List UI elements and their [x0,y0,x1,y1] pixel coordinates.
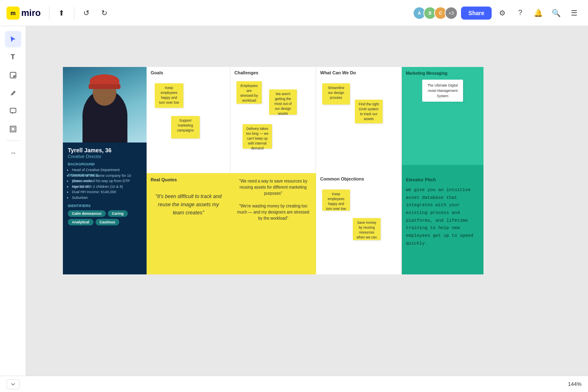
persona-name: Tyrell James, 36 [68,147,142,154]
toolbar-separator-2 [74,7,74,20]
right-panels: Marketing Messaging The Ultimate Digital… [402,67,483,173]
realquotes-quote: "It's been difficult to track and reuse … [151,192,226,217]
whatcando-note-1: Streamline our design process [322,83,350,105]
collapse-button[interactable] [7,379,20,389]
person-figure [78,67,131,143]
background-list: Head of Creative Department Worked at th… [68,167,142,189]
whatcando-panel: What Can We Do Streamline our design pro… [316,67,402,173]
bg-item-3: Married with 2 children (10 & 8) [72,184,142,190]
tag-container: Calm demeanour Caring Analytical Cautiou… [68,210,142,225]
more-tools[interactable]: ··· [5,144,21,160]
whatcando-title: What Can We Do [316,67,401,78]
objections-title: Common Objections [316,173,401,185]
tag-cautious: Cautious [96,219,120,225]
comment-tool[interactable] [5,103,21,119]
challenges-title: Challenges [230,67,316,78]
undo-button[interactable]: ↺ [79,6,94,20]
goals-title: Goals [147,67,230,78]
svg-text:B: B [428,10,432,15]
elevator-text: We give you an intuitive asset database … [406,186,479,247]
challenges-note-2: We aren't getting the most out of our de… [269,89,297,115]
challenges-quotes-panel: "We need a way to save resources by reus… [230,173,316,274]
menu-icon[interactable]: ☰ [567,6,581,20]
goals-panel: Goals Keep employees happy and turn over… [147,67,230,173]
goals-note-2: Support marketing campaigns [171,116,200,138]
profile-info: Tyrell James, 36 Creative Director Backg… [63,143,147,194]
help-icon[interactable]: ? [513,6,528,20]
svg-rect-6 [10,72,16,78]
challenge-quote-2: "We're wasting money by creating too muc… [235,203,311,221]
avatar-group: A B C +3 [413,7,458,20]
challenge-quote-1: "We need a way to save resources by reus… [235,178,311,196]
logo: m miro [7,7,41,20]
zoom-level: 144% [568,381,581,387]
bg-item-1: Head of Creative Department [72,167,142,173]
bg-item-2: Worked at the same company for 10 years;… [72,173,142,184]
persona-board: Tyrell James, 36 Creative Director Backg… [63,67,483,274]
svg-text:C: C [439,10,442,15]
sidebar-separator [7,140,20,141]
profile-panel: Tyrell James, 36 Creative Director Backg… [63,67,147,173]
toolbar: m miro ⬆ ↺ ↻ A B C +3 Share ⚙ ? 🔔 🔍 ☰ [0,0,588,26]
svg-rect-9 [10,126,16,132]
notification-icon[interactable]: 🔔 [531,6,546,20]
logo-icon: m [7,7,20,20]
canvas: Tyrell James, 36 Creative Director Backg… [26,26,588,376]
objections-note-2: Save money by reusing resources when we … [353,218,381,240]
svg-rect-10 [11,127,15,131]
text-tool[interactable]: T [5,49,21,65]
elevator-title: Elevator Pitch [406,177,479,182]
tag-caring: Caring [108,210,128,217]
realquotes-title: Real Quotes [151,177,226,182]
realquotes-panel: Real Quotes "It's been difficult to trac… [147,173,230,274]
marketing-note: The Ultimate Digital Asset Management Sy… [422,80,463,102]
upload-button[interactable]: ⬆ [54,6,69,20]
search-icon[interactable]: 🔍 [549,6,564,20]
marketing-panel: Marketing Messaging The Ultimate Digital… [402,67,483,165]
toolbar-separator [49,7,49,20]
frame-tool[interactable] [5,121,21,137]
identifiers-label: Identifiers [68,204,142,208]
avatar-extra: +3 [445,7,458,20]
challenges-note-1: Employees are stressed by workload [236,81,262,104]
tag-analytical: Analytical [68,219,94,225]
objections-note-1: Keep employees happy and turn over low [322,189,350,211]
pen-tool[interactable] [5,85,21,101]
whatcando-note-2: Find the right DAM system to track our a… [355,100,383,123]
demo-item-4: Suburban [72,195,142,201]
toolbar-right: A B C +3 Share ⚙ ? 🔔 🔍 ☰ [413,6,581,20]
bottom-bar: 144% [0,376,588,392]
marketing-title: Marketing Messaging [406,71,479,76]
elevator-spacer [402,165,483,173]
tag-calm: Calm demeanour [68,210,106,217]
left-sidebar: T ··· [0,26,26,376]
background-label: Background [68,162,142,166]
redo-button[interactable]: ↻ [97,6,112,20]
objections-panel: Common Objections Keep employees happy a… [316,173,402,274]
sticky-note-tool[interactable] [5,67,21,83]
profile-image [63,67,147,143]
svg-text:A: A [418,10,421,15]
select-tool[interactable] [5,31,21,47]
persona-title: Creative Director [68,154,142,159]
goals-note-1: Keep employees happy and turn over low [155,83,183,108]
identifiers-section: Identifiers Calm demeanour Caring Analyt… [63,204,147,230]
settings-icon[interactable]: ⚙ [495,6,510,20]
elevator-panel: Elevator Pitch We give you an intuitive … [402,173,483,274]
share-button[interactable]: Share [461,7,492,20]
challenges-note-3: Delivery takes too long — we can't keep … [243,124,272,149]
svg-rect-8 [10,108,16,113]
board-top-row: Tyrell James, 36 Creative Director Backg… [63,67,483,173]
challenges-panel: Challenges Employees are stressed by wor… [230,67,316,173]
